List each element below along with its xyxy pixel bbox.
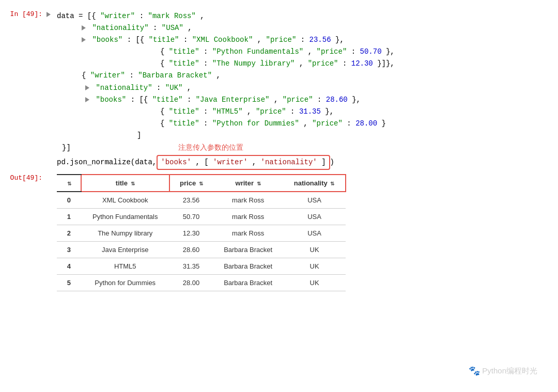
table-cell: 28.00 (169, 275, 213, 291)
output-label: Out[49]: (0, 174, 47, 182)
collapse-triangle-4[interactable] (85, 85, 89, 90)
table-cell: mark Ross (213, 225, 283, 242)
table-cell: mark Ross (213, 209, 283, 225)
table-cell: mark Ross (213, 192, 283, 209)
table-cell: 12.30 (169, 225, 213, 242)
collapse-triangle[interactable] (47, 12, 51, 17)
col-header-index[interactable]: ⇅ (57, 175, 81, 192)
table-cell: Barbara Bracket (213, 275, 283, 291)
dataframe-table: ⇅ title ⇅ price ⇅ writer ⇅ nationality ⇅ (57, 174, 346, 291)
table-row: 3Java Enterprise28.60Barbara BracketUK (57, 242, 346, 258)
table-cell: 2 (57, 225, 81, 242)
output-table-area: ⇅ title ⇅ price ⇅ writer ⇅ nationality ⇅ (57, 174, 346, 291)
watermark: 🐾 Python编程时光 (469, 365, 537, 377)
code-var: data (57, 12, 74, 20)
normalize-arg1: 'books' (161, 158, 191, 166)
col-header-title[interactable]: title ⇅ (81, 175, 169, 192)
table-row: 4HTML531.35Barbara BracketUK (57, 258, 346, 275)
table-cell: Python Fundamentals (81, 209, 169, 225)
table-cell: 23.56 (169, 192, 213, 209)
table-cell: The Numpy library (81, 225, 169, 242)
table-cell: XML Cookbook (81, 192, 169, 209)
table-row: 1Python Fundamentals50.70mark RossUSA (57, 209, 346, 225)
table-cell: Barbara Bracket (213, 242, 283, 258)
normalize-arg2a: 'writer' (213, 158, 247, 166)
table-cell: Barbara Bracket (213, 258, 283, 275)
table-cell: 28.60 (169, 242, 213, 258)
table-cell: 0 (57, 192, 81, 209)
table-cell: 50.70 (169, 209, 213, 225)
table-cell: 5 (57, 275, 81, 291)
table-cell: Java Enterprise (81, 242, 169, 258)
table-cell: USA (283, 209, 346, 225)
table-cell: 1 (57, 209, 81, 225)
table-cell: UK (283, 242, 346, 258)
table-cell: 4 (57, 258, 81, 275)
table-cell: UK (283, 258, 346, 275)
table-row: 0XML Cookbook23.56mark RossUSA (57, 192, 346, 209)
normalize-call-text: pd.json_normalize (57, 156, 131, 168)
table-cell: USA (283, 225, 346, 242)
table-cell: UK (283, 275, 346, 291)
table-cell: 31.35 (169, 258, 213, 275)
table-row: 5Python for Dummies28.00Barbara BracketU… (57, 275, 346, 291)
table-cell: HTML5 (81, 258, 169, 275)
input-label: In [49]: (0, 10, 47, 18)
collapse-triangle-2[interactable] (82, 25, 86, 30)
col-header-nationality[interactable]: nationality ⇅ (283, 175, 346, 192)
table-row: 2The Numpy library12.30mark RossUSA (57, 225, 346, 242)
table-cell: 3 (57, 242, 81, 258)
normalize-arg2b: 'nationality' (261, 158, 317, 166)
code-block: data = [{ "writer" : "mark Ross" , "nati… (57, 10, 558, 170)
collapse-triangle-5[interactable] (85, 97, 89, 102)
col-header-writer[interactable]: writer ⇅ (213, 175, 283, 192)
collapse-triangle-3[interactable] (82, 37, 86, 42)
comment-text: 注意传入参数的位置 (75, 143, 243, 151)
table-cell: USA (283, 192, 346, 209)
col-header-price[interactable]: price ⇅ (169, 175, 213, 192)
table-cell: Python for Dummies (81, 275, 169, 291)
